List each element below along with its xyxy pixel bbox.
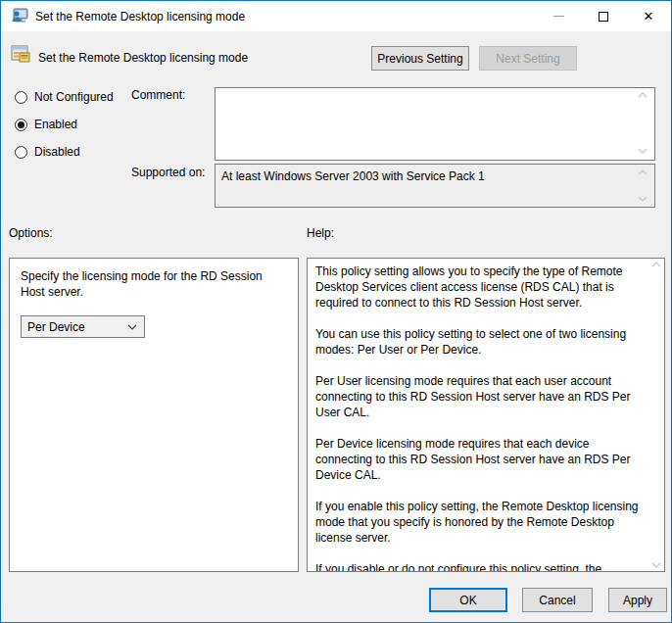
minimize-icon: [553, 16, 564, 17]
help-paragraph: If you disable or do not configure this …: [315, 561, 645, 571]
previous-setting-button[interactable]: Previous Setting: [371, 46, 469, 71]
help-paragraph: If you enable this policy setting, the R…: [315, 499, 645, 546]
options-label: Options:: [9, 226, 53, 240]
policy-setting-icon: [11, 44, 30, 64]
licensing-mode-dropdown[interactable]: Per Device: [21, 315, 145, 338]
radio-disabled[interactable]: Disabled: [15, 145, 80, 159]
help-text: This policy setting allows you to specif…: [308, 259, 647, 571]
radio-not-configured-input[interactable]: [15, 91, 27, 104]
close-icon: ✕: [644, 10, 654, 23]
help-paragraph: Per User licensing mode requires that ea…: [315, 373, 645, 420]
licensing-mode-value: Per Device: [22, 320, 127, 334]
maximize-button[interactable]: [581, 1, 626, 31]
supported-scroll-down-icon[interactable]: [638, 196, 648, 202]
comment-scroll-down-icon[interactable]: [638, 148, 648, 154]
apply-button[interactable]: Apply: [608, 588, 667, 612]
help-scrollbar[interactable]: [648, 259, 664, 571]
radio-enabled-input[interactable]: [15, 119, 27, 131]
radio-disabled-label: Disabled: [34, 145, 80, 159]
radio-not-configured-label: Not Configured: [34, 90, 114, 104]
comment-label: Comment:: [131, 88, 185, 102]
help-panel: This policy setting allows you to specif…: [307, 258, 665, 572]
help-paragraph: Per Device licensing mode requires that …: [315, 436, 645, 483]
scroll-up-icon[interactable]: [651, 262, 661, 267]
setting-name: Set the Remote Desktop licensing mode: [38, 51, 248, 65]
app-icon: [11, 8, 28, 25]
policy-setting-dialog: Set the Remote Desktop licensing mode ✕ …: [0, 0, 672, 623]
comment-scroll-up-icon[interactable]: [638, 92, 648, 98]
radio-enabled-label: Enabled: [34, 118, 77, 131]
close-button[interactable]: ✕: [626, 1, 671, 31]
minimize-button[interactable]: [536, 1, 581, 31]
chevron-down-icon: [127, 324, 137, 330]
radio-enabled[interactable]: Enabled: [15, 118, 77, 131]
radio-disabled-input[interactable]: [15, 146, 27, 159]
help-label: Help:: [307, 226, 334, 240]
titlebar: Set the Remote Desktop licensing mode ✕: [1, 1, 671, 31]
options-panel: Specify the licensing mode for the RD Se…: [9, 258, 299, 572]
radio-not-configured[interactable]: Not Configured: [15, 90, 114, 104]
help-paragraph: You can use this policy setting to selec…: [315, 326, 645, 358]
supported-scroll-up-icon[interactable]: [638, 169, 648, 175]
window-controls: ✕: [536, 1, 671, 31]
window-title: Set the Remote Desktop licensing mode: [35, 10, 245, 24]
help-paragraph: This policy setting allows you to specif…: [315, 264, 645, 311]
scroll-down-icon[interactable]: [651, 562, 661, 568]
supported-on-label: Supported on:: [131, 166, 205, 179]
next-setting-button[interactable]: Next Setting: [479, 46, 577, 71]
comment-input[interactable]: [215, 87, 655, 161]
maximize-icon: [599, 12, 608, 22]
cancel-button[interactable]: Cancel: [522, 588, 593, 612]
supported-on-value: At least Windows Server 2003 with Servic…: [215, 164, 655, 208]
options-description: Specify the licensing mode for the RD Se…: [21, 268, 283, 300]
ok-button[interactable]: OK: [429, 588, 507, 612]
